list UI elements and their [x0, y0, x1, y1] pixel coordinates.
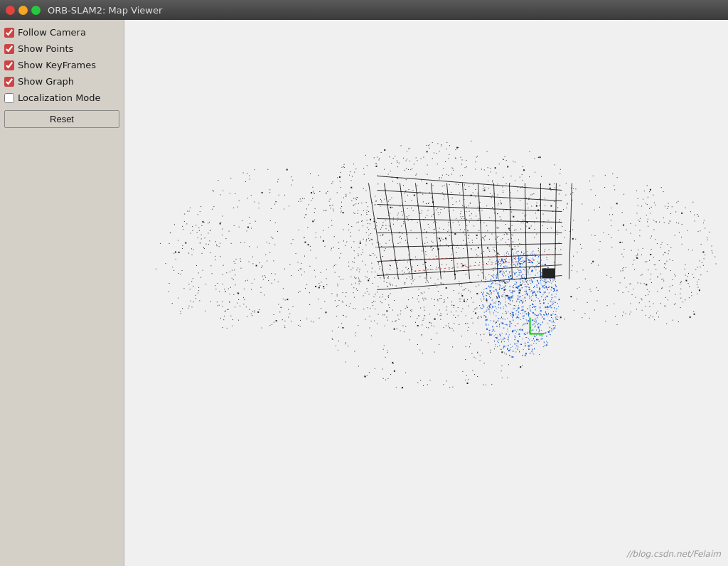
show-graph-label: Show Graph [18, 76, 74, 87]
show-graph-item[interactable]: Show Graph [4, 75, 119, 88]
maximize-button[interactable] [31, 6, 41, 15]
localization-mode-label: Localization Mode [18, 92, 101, 103]
sidebar: Follow Camera Show Points Show KeyFrames… [0, 20, 124, 566]
show-graph-checkbox[interactable] [4, 77, 14, 87]
title-bar-buttons [6, 6, 41, 15]
localization-mode-checkbox[interactable] [4, 93, 14, 103]
localization-mode-item[interactable]: Localization Mode [4, 91, 119, 105]
reset-button[interactable]: Reset [4, 110, 119, 128]
minimize-button[interactable] [18, 6, 28, 15]
show-points-label: Show Points [18, 43, 73, 54]
title-bar: ORB-SLAM2: Map Viewer [0, 0, 728, 20]
map-canvas [124, 20, 728, 566]
close-button[interactable] [6, 6, 15, 15]
follow-camera-item[interactable]: Follow Camera [4, 26, 119, 39]
show-keyframes-checkbox[interactable] [4, 60, 14, 70]
window-title: ORB-SLAM2: Map Viewer [48, 5, 162, 16]
show-points-item[interactable]: Show Points [4, 42, 119, 55]
viewport: //blog.csdn.net/Felaim [124, 20, 728, 566]
follow-camera-checkbox[interactable] [4, 28, 14, 38]
show-points-checkbox[interactable] [4, 44, 14, 54]
show-keyframes-label: Show KeyFrames [18, 60, 96, 70]
show-keyframes-item[interactable]: Show KeyFrames [4, 58, 119, 72]
follow-camera-label: Follow Camera [18, 27, 86, 38]
